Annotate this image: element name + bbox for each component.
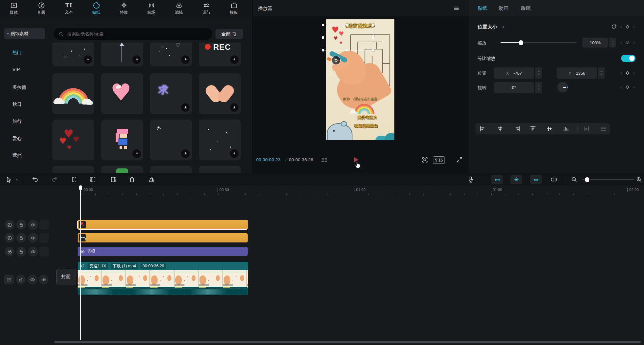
sticker-clip-2[interactable] — [78, 233, 248, 242]
sticker-cell-partial[interactable] — [101, 166, 143, 173]
tab-animation[interactable]: 动画 — [499, 5, 508, 11]
download-icon[interactable] — [230, 103, 238, 112]
video-track-lock-icon[interactable] — [16, 275, 26, 284]
track3-eye-icon[interactable] — [28, 247, 38, 257]
selection-handle[interactable] — [322, 24, 324, 26]
sticker-cell-small-sparkle[interactable] — [150, 120, 192, 160]
search-input[interactable] — [66, 31, 192, 37]
download-icon[interactable] — [84, 55, 92, 64]
selection-handle[interactable] — [372, 49, 374, 51]
undo-icon[interactable] — [31, 176, 39, 183]
playhead[interactable] — [80, 185, 81, 340]
sidebar-item-autumn[interactable]: 秋日 — [12, 102, 22, 107]
sticker-cell-partial[interactable] — [52, 166, 94, 173]
sticker-clip-1[interactable]: ♥ ♥ — [78, 220, 248, 229]
selection-handle[interactable] — [346, 24, 349, 26]
track-list-icon[interactable] — [320, 156, 328, 164]
uniform-scale-toggle[interactable] — [621, 55, 635, 62]
keyframe-next-icon[interactable] — [632, 86, 636, 90]
sticker-cell-partial[interactable] — [150, 166, 192, 173]
tab-filters[interactable]: 滤镜 — [165, 0, 193, 17]
scale-value-box[interactable]: 100% — [582, 38, 608, 48]
download-icon[interactable] — [230, 55, 238, 64]
position-y-box[interactable]: Y 1356 — [557, 67, 597, 79]
mirror-flip-icon[interactable] — [148, 176, 155, 183]
filter-all-button[interactable]: 全部 — [216, 29, 243, 39]
scale-keyframe-icon[interactable] — [624, 39, 631, 46]
tab-adjust[interactable]: 调节 — [193, 0, 220, 17]
keyframe-prev-icon[interactable] — [619, 71, 623, 75]
track2-lock-icon[interactable] — [16, 233, 26, 243]
position-x-stepper[interactable] — [535, 67, 542, 79]
timeline-zoom-slider[interactable] — [582, 179, 634, 180]
track1-duration-icon[interactable] — [5, 220, 14, 230]
delete-icon[interactable] — [128, 176, 136, 183]
sticker-cell-partial[interactable] — [199, 166, 241, 173]
keyframe-icon[interactable] — [624, 24, 631, 30]
align-right-icon[interactable] — [514, 125, 521, 132]
align-bottom-icon[interactable] — [562, 125, 570, 132]
rotation-keyframe-icon[interactable] — [624, 84, 631, 90]
track1-lock-icon[interactable] — [16, 220, 26, 230]
select-tool-chevron-icon[interactable] — [15, 178, 20, 182]
rotation-value-box[interactable]: 0° — [494, 82, 534, 93]
sidebar-item-travel[interactable]: 旅行 — [12, 119, 22, 125]
sticker-cell-pink-heart[interactable]: ♥ — [101, 73, 143, 114]
select-tool-icon[interactable] — [5, 176, 12, 183]
tab-audio[interactable]: 音频 — [28, 0, 55, 17]
rotate-handle[interactable] — [331, 56, 341, 65]
track3-lock-icon[interactable] — [16, 247, 26, 257]
sticker-search-box[interactable] — [54, 28, 212, 40]
sticker-cell-arrow-up[interactable] — [101, 43, 143, 66]
sticker-cell-hearts-cluster[interactable]: ♥ ♥ ♥ ♥ — [52, 120, 94, 160]
selection-handle[interactable] — [346, 49, 349, 51]
tab-tracking[interactable]: 跟踪 — [521, 5, 531, 11]
selection-handle[interactable] — [372, 24, 374, 26]
ruler-minor-ticks[interactable] — [82, 193, 639, 195]
timeline-zoom-thumb[interactable] — [585, 177, 589, 182]
preview-axis-icon[interactable] — [550, 176, 558, 183]
player-menu-icon[interactable] — [453, 5, 460, 11]
download-icon[interactable] — [181, 103, 190, 112]
distribute-vertical-icon[interactable] — [600, 125, 607, 132]
fullscreen-icon[interactable] — [456, 156, 463, 163]
keyframe-next-icon[interactable] — [632, 71, 636, 75]
tab-sticker-props[interactable]: 贴纸 — [478, 5, 487, 11]
selection-handle[interactable] — [372, 36, 374, 39]
position-y-stepper[interactable] — [598, 67, 605, 79]
track1-eye-icon[interactable] — [28, 220, 38, 230]
timeline-zoom-in-icon[interactable] — [635, 176, 642, 183]
video-track-eye-icon[interactable] — [28, 275, 37, 284]
sticker-selection-box[interactable] — [323, 25, 373, 50]
tab-sticker[interactable]: 贴纸 — [83, 0, 110, 17]
track2-eye-icon[interactable] — [28, 233, 38, 243]
sidebar-item-cover[interactable]: 遮挡 — [12, 153, 22, 159]
keyframe-prev-icon[interactable] — [619, 25, 623, 29]
download-icon[interactable] — [132, 55, 141, 64]
video-track-mute-icon[interactable] — [39, 275, 48, 284]
tab-text[interactable]: TI文本 — [55, 0, 83, 17]
tab-template[interactable]: 模板 — [220, 0, 248, 17]
sticker-cell-star-dots[interactable] — [199, 120, 241, 160]
download-icon[interactable] — [230, 149, 238, 158]
track3-filter-icon[interactable] — [5, 247, 14, 257]
align-top-icon[interactable] — [529, 125, 537, 132]
preview-quality-icon[interactable] — [421, 156, 428, 163]
sidebar-item-maillard[interactable]: 美拉德 — [12, 85, 26, 90]
tab-transition[interactable]: 转场 — [138, 0, 165, 17]
sticker-cell-qiu[interactable]: 求 — [150, 73, 192, 114]
sidebar-header-sticker-material[interactable]: ▾ 贴纸素材 — [4, 28, 45, 39]
sticker-cell-rec[interactable]: REC — [199, 43, 241, 66]
timeline-zoom-out-icon[interactable] — [571, 176, 578, 183]
position-x-box[interactable]: X -767 — [494, 67, 534, 79]
rotation-stepper[interactable] — [535, 82, 542, 93]
sidebar-item-love[interactable]: 爱心 — [12, 136, 22, 142]
rotation-dial[interactable] — [558, 82, 568, 92]
split-keep-right-icon[interactable] — [109, 176, 117, 183]
link-clips-button[interactable] — [530, 175, 542, 184]
sidebar-item-vip[interactable]: VIP — [12, 67, 20, 72]
scale-stepper[interactable] — [609, 38, 616, 48]
track2-duration-icon[interactable] — [5, 233, 14, 243]
video-clip[interactable]: 变速1.1X 下载 (1).mp4 00:00:36:28 — [78, 262, 248, 295]
download-icon[interactable] — [181, 149, 190, 158]
